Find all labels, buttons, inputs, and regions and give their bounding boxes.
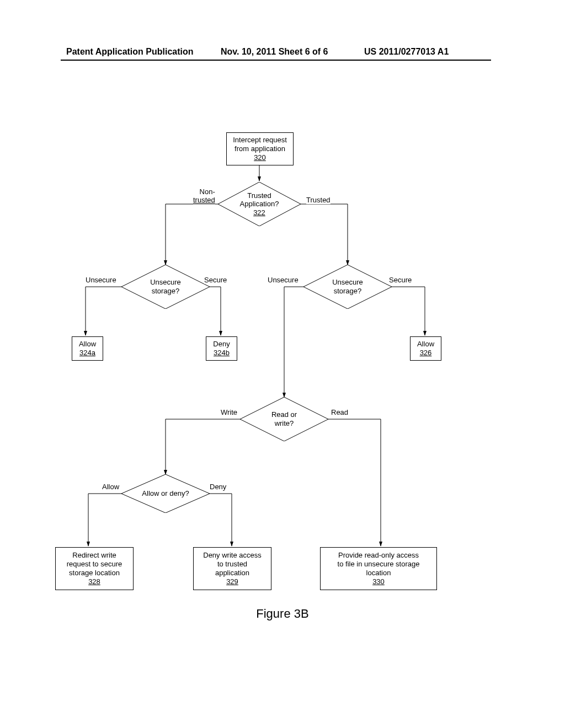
node-text: request to secure [67,560,122,569]
node-text: Deny write access [203,551,261,560]
node-text: Allow [417,340,434,349]
node-text: location [366,569,391,577]
node-text: to file in unsecure storage [338,560,420,569]
header-rule [61,60,491,61]
node-text: Allow [79,340,96,349]
decision-text: Application? [240,200,279,208]
decision-text: Unsecure [150,278,181,287]
decision-text: storage? [152,287,180,296]
flowchart: Intercept request from application 320 T… [55,132,497,629]
label-write: Write [221,408,237,416]
header-left: Patent Application Publication [66,47,194,57]
decision-trusted-app: Trusted Application? 322 [218,182,301,226]
decision-storage-left: Unsecure storage? [121,265,210,309]
label-read: Read [331,408,348,416]
node-text: storage location [69,569,120,577]
ref-324a: 324a [79,349,95,357]
node-text: from application [234,144,285,153]
ref-322: 322 [253,208,265,217]
decision-allow-deny: Allow or deny? [121,474,210,513]
decision-read-write: Read or write? [240,397,328,441]
node-intercept: Intercept request from application 320 [226,132,294,165]
decision-storage-right: Unsecure storage? [303,265,392,309]
label-dr-secure: Secure [389,276,412,284]
label-dl-secure: Secure [204,276,227,284]
header-mid: Nov. 10, 2011 Sheet 6 of 6 [221,47,328,57]
decision-text: write? [275,419,294,428]
decision-text: Read or [271,410,297,419]
node-text: Intercept request [233,136,287,144]
node-deny-324b: Deny 324b [206,336,237,361]
label-dr-unsecure: Unsecure [268,276,299,284]
node-deny-329: Deny write access to trusted application… [193,547,271,590]
ref-326: 326 [420,349,432,357]
label-trusted: Trusted [306,196,331,204]
ref-320: 320 [254,153,266,162]
label-deny: Deny [210,483,226,491]
node-allow-326: Allow 326 [410,336,441,361]
label-non-trusted: Non- trusted [193,188,215,204]
decision-text: Trusted [247,191,271,200]
node-text: Provide read-only access [338,551,419,560]
ref-329: 329 [226,577,238,586]
ref-324b: 324b [214,349,230,357]
node-redirect-328: Redirect write request to secure storage… [55,547,134,590]
node-text: to trusted [217,560,247,569]
header-right: US 2011/0277013 A1 [364,47,449,57]
figure-label: Figure 3B [0,607,565,621]
node-allow-324a: Allow 324a [72,336,103,361]
label-dl-unsecure: Unsecure [86,276,116,284]
node-text: Deny [213,340,230,349]
decision-text: Allow or deny? [142,489,189,498]
ref-330: 330 [372,577,385,586]
node-text: Redirect write [72,551,116,560]
node-text: application [215,569,249,577]
decision-text: Unsecure [332,278,363,287]
ref-328: 328 [88,577,100,586]
decision-text: storage? [334,287,362,296]
label-allow: Allow [102,483,119,491]
node-readonly-330: Provide read-only access to file in unse… [320,547,437,590]
